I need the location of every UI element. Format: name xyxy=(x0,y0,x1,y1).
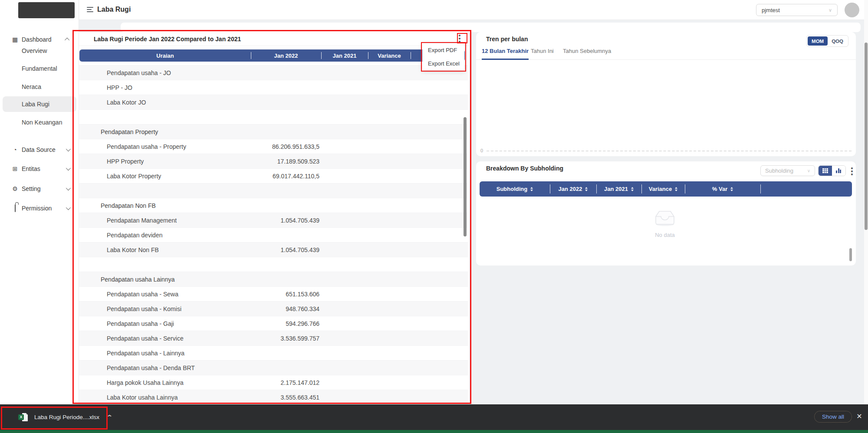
subholding-select-value: Subholding xyxy=(765,167,793,174)
workspace-select[interactable]: pjmtest ∨ xyxy=(756,4,838,16)
toggle-mom[interactable]: MOM xyxy=(808,36,828,46)
row-label: Laba Kotor Non FB xyxy=(76,246,159,253)
breakdown-column-jan-2022[interactable]: Jan 2022 xyxy=(550,181,596,197)
group-row-label: Pendapatan Non FB xyxy=(76,202,156,209)
sidebar-item-permission[interactable]: Permission xyxy=(3,200,76,216)
sort-icon[interactable] xyxy=(730,187,733,191)
table-view-button[interactable] xyxy=(819,166,832,176)
sort-icon[interactable] xyxy=(530,187,533,191)
menu-item-export-excel[interactable]: Export Excel xyxy=(422,57,464,70)
breakdown-column-subholding[interactable]: Subholding xyxy=(480,181,550,197)
row-value-jan-2022: 2.175.147.012 xyxy=(251,379,319,386)
table-row: Pendapatan usaha - JO xyxy=(76,65,468,80)
breakdown-column-var[interactable]: % Var xyxy=(685,181,760,197)
card-menu-kebab-icon[interactable]: ••• xyxy=(456,33,464,43)
column-header-label: Variance xyxy=(378,52,401,59)
table-row xyxy=(76,183,468,198)
sidebar-item-non-keuangan[interactable]: Non Keuangan xyxy=(3,115,76,130)
breakdown-scrollbar[interactable] xyxy=(849,248,852,261)
column-header-label: Jan 2021 xyxy=(333,52,357,59)
row-label: Laba Kotor JO xyxy=(76,99,146,106)
row-value-jan-2022: 594.296.766 xyxy=(251,320,319,327)
row-value-jan-2022: 1.054.705.439 xyxy=(251,217,319,224)
row-label: HPP - JO xyxy=(76,84,132,91)
table-row: Pendapatan Non FB xyxy=(76,198,468,213)
sidebar-item-laba-rugi[interactable]: Laba Rugi xyxy=(3,96,76,112)
show-all-button[interactable]: Show all xyxy=(814,411,852,423)
menu-item-export-pdf[interactable]: Export PDF xyxy=(422,43,464,57)
sidebar-item-label: Fundamental xyxy=(22,65,57,72)
row-value-jan-2022: 69.017.442.110,5 xyxy=(251,173,319,180)
excel-window-edge xyxy=(0,430,868,433)
collapsed-filter-card xyxy=(121,23,861,32)
table-header-row: UraianJan 2022Jan 2021Variance xyxy=(79,49,465,62)
tab-tahun-ini[interactable]: Tahun Ini xyxy=(531,48,554,60)
sidebar-item-data-source[interactable]: ◔Data Source xyxy=(3,142,76,157)
sidebar-item-fundamental[interactable]: Fundamental xyxy=(3,61,76,76)
top-header-bar: Laba Rugi pjmtest ∨ xyxy=(79,0,868,20)
table-row: Laba Kotor Non FB1.054.705.439 xyxy=(76,242,468,257)
chevron-up-icon[interactable]: ⌃ xyxy=(106,414,113,420)
no-data-placeholder: No data xyxy=(645,209,684,238)
column-header-variance: Variance xyxy=(368,49,411,62)
lock-icon xyxy=(11,205,19,212)
avatar[interactable] xyxy=(845,3,859,17)
sort-icon[interactable] xyxy=(585,187,588,191)
dashboard-grid-icon: ▦ xyxy=(11,36,19,43)
row-label: Pendapatan usaha - Lainnya xyxy=(76,350,184,357)
tab-tahun-sebelumnya[interactable]: Tahun Sebelumnya xyxy=(563,48,611,60)
table-row: Harga pokok Usaha Lainnya2.175.147.012 xyxy=(76,375,468,390)
row-label: Laba Kotor Property xyxy=(76,173,161,180)
breakdown-column-variance[interactable]: Variance xyxy=(641,181,685,197)
tab-12-bulan-terakhir[interactable]: 12 Bulan Terakhir xyxy=(482,48,529,60)
page-scrollbar-track[interactable] xyxy=(864,0,868,404)
page-title: Laba Rugi xyxy=(97,6,131,13)
chevron-down-icon xyxy=(66,206,69,211)
sidebar: ▦DashboardOverviewFundamentalNeracaLaba … xyxy=(0,0,79,404)
column-header-label: Jan 2022 xyxy=(274,52,298,59)
group-row-label: Pendapatan usaha Lainnya xyxy=(76,276,174,283)
chevron-down-icon: ∨ xyxy=(829,7,832,13)
sort-icon[interactable] xyxy=(631,187,634,191)
breakdown-column-jan-2021[interactable]: Jan 2021 xyxy=(596,181,641,197)
breakdown-kebab-icon[interactable]: ••• xyxy=(848,166,856,175)
excel-file-icon: X xyxy=(18,413,28,422)
row-label: Pendapatan Management xyxy=(76,217,177,224)
gear-icon: ⚙ xyxy=(11,185,19,192)
subholding-select[interactable]: Subholding ∨ xyxy=(760,165,815,176)
sidebar-item-setting[interactable]: ⚙Setting xyxy=(3,181,76,197)
column-header-uraian: Uraian xyxy=(79,49,251,62)
table-row xyxy=(76,257,468,272)
chart-view-button[interactable] xyxy=(832,166,845,176)
table-row: Pendapatan usaha - Denda BRT xyxy=(76,360,468,375)
table-row: Pendapatan usaha - Sewa651.153.606 xyxy=(76,286,468,301)
column-header-label: Variance xyxy=(649,186,672,192)
downloaded-file-chip[interactable]: X Laba Rugi Periode....xlsx ⌃ xyxy=(0,404,112,430)
chevron-down-icon xyxy=(66,148,69,152)
sidebar-collapse-icon[interactable] xyxy=(87,7,93,12)
export-context-menu: Export PDFExport Excel xyxy=(422,43,464,70)
sidebar-item-neraca[interactable]: Neraca xyxy=(3,79,76,95)
table-scrollbar[interactable] xyxy=(464,117,467,236)
table-row: Laba Kotor usaha Lainnya3.555.663.451 xyxy=(76,390,468,404)
card-title: Tren per bulan xyxy=(486,36,528,43)
sidebar-item-label: Data Source xyxy=(22,146,66,153)
close-downloads-bar-icon[interactable]: ✕ xyxy=(855,412,864,420)
tren-tabs: 12 Bulan TerakhirTahun IniTahun Sebelumn… xyxy=(476,48,856,60)
page-scrollbar-thumb[interactable] xyxy=(865,43,868,230)
sidebar-item-entitas[interactable]: ⊞Entitas xyxy=(3,161,76,177)
sort-icon[interactable] xyxy=(675,187,677,191)
no-data-text: No data xyxy=(645,232,684,238)
card-title: Breakdown By Subholding xyxy=(486,165,563,172)
row-label: Laba Kotor usaha Lainnya xyxy=(76,394,178,401)
toggle-qoq[interactable]: QOQ xyxy=(828,36,847,46)
tren-per-bulan-card: Tren per bulan MOMQOQ 12 Bulan TerakhirT… xyxy=(476,32,856,156)
table-row: Pendapatan deviden xyxy=(76,227,468,242)
sidebar-item-label: Laba Rugi xyxy=(22,101,49,108)
row-label: Pendapatan usaha - Service xyxy=(76,335,184,342)
row-label: Pendapatan usaha - Denda BRT xyxy=(76,364,195,371)
row-label: Pendapatan usaha - Sewa xyxy=(76,291,178,298)
table-row: Pendapatan usaha - Komisi948.760.334 xyxy=(76,301,468,316)
sidebar-item-overview[interactable]: Overview xyxy=(3,43,76,59)
sidebar-item-label: Dashboard xyxy=(22,36,66,43)
